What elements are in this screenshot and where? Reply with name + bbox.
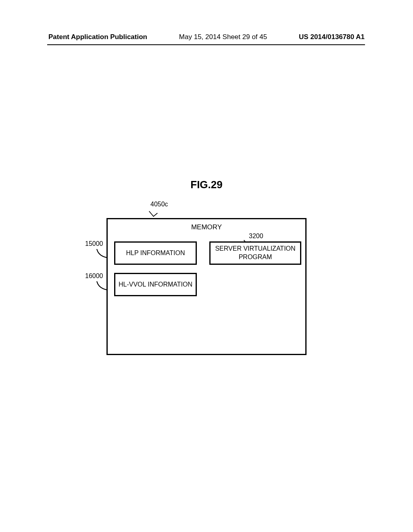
svp-ref-label: 3200 xyxy=(249,233,263,240)
hl-vvol-information-block: HL-VVOL INFORMATION xyxy=(114,273,197,296)
hl-vvol-information-label: HL-VVOL INFORMATION xyxy=(119,281,192,289)
server-virtualization-program-label: SERVER VIRTUALIZATION PROGRAM xyxy=(213,245,298,262)
memory-block: MEMORY 3200 HLP INFORMATION SERVER VIRTU… xyxy=(106,218,307,355)
header-publication-number: US 2014/0136780 A1 xyxy=(299,33,365,41)
hlvvol-ref-label: 16000 xyxy=(85,272,103,280)
memory-outer-ref-leader xyxy=(149,208,158,217)
header-publication-type: Patent Application Publication xyxy=(48,33,147,41)
memory-outer-ref-label: 4050c xyxy=(150,201,168,208)
page-header: Patent Application Publication May 15, 2… xyxy=(0,33,413,44)
header-divider xyxy=(47,44,365,45)
memory-block-label: MEMORY xyxy=(108,223,305,231)
server-virtualization-program-block: SERVER VIRTUALIZATION PROGRAM xyxy=(209,241,301,265)
hlp-ref-label: 15000 xyxy=(85,240,103,247)
header-date-sheet: May 15, 2014 Sheet 29 of 45 xyxy=(179,33,267,41)
hlp-information-block: HLP INFORMATION xyxy=(114,241,197,265)
figure-title: FIG.29 xyxy=(0,179,413,191)
hlp-information-label: HLP INFORMATION xyxy=(126,249,185,258)
